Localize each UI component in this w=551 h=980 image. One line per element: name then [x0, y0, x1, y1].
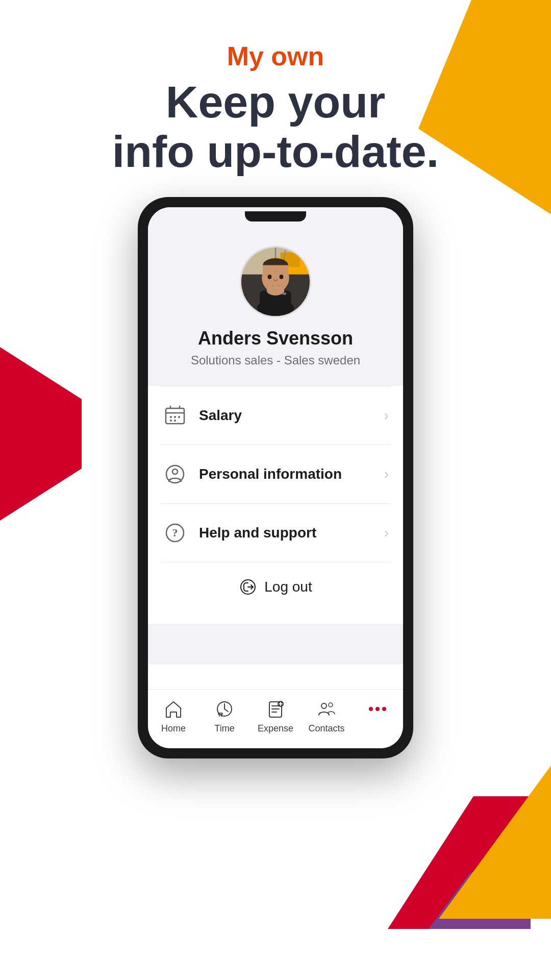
- bottom-navigation: Home Time: [148, 689, 403, 748]
- svg-point-13: [268, 275, 272, 279]
- svg-point-25: [174, 420, 176, 422]
- more-dots-icon: [369, 698, 386, 720]
- salary-chevron-icon: ›: [384, 407, 389, 424]
- salary-icon: [162, 403, 188, 428]
- svg-point-22: [174, 416, 176, 418]
- menu-item-help-support[interactable]: ? Help and support ›: [148, 504, 403, 562]
- help-support-chevron-icon: ›: [384, 525, 389, 541]
- nav-item-more[interactable]: [352, 698, 403, 734]
- dot-2: [375, 707, 380, 711]
- logout-label: Log out: [264, 579, 312, 595]
- logout-button[interactable]: Log out: [162, 567, 389, 607]
- phone-mockup: Anders Svensson Solutions sales - Sales …: [138, 197, 413, 758]
- menu-section: Salary › Personal information ›: [148, 386, 403, 689]
- profile-name: Anders Svensson: [198, 328, 353, 349]
- phone-screen: Anders Svensson Solutions sales - Sales …: [148, 207, 403, 748]
- contacts-icon: [315, 698, 338, 720]
- dot-1: [369, 707, 373, 711]
- dot-3: [382, 707, 386, 711]
- bg-decoration-red-left: [0, 347, 82, 521]
- personal-info-icon: [162, 461, 188, 487]
- phone-top-bar: [148, 207, 403, 226]
- svg-point-42: [321, 703, 327, 708]
- personal-info-chevron-icon: ›: [384, 466, 389, 482]
- nav-expense-label: Expense: [258, 723, 293, 734]
- svg-point-27: [172, 469, 178, 474]
- header-subtitle: My own: [0, 41, 551, 71]
- svg-point-14: [280, 275, 284, 279]
- logout-icon: [239, 578, 257, 596]
- svg-rect-12: [263, 265, 288, 272]
- menu-item-salary[interactable]: Salary ›: [148, 386, 403, 445]
- menu-personal-info-label: Personal information: [199, 466, 384, 482]
- svg-point-21: [170, 416, 172, 418]
- avatar-image: [241, 248, 310, 316]
- time-icon: [213, 698, 236, 720]
- menu-item-personal-information[interactable]: Personal information ›: [148, 445, 403, 503]
- header-title: Keep yourinfo up-to-date.: [0, 78, 551, 177]
- nav-time-label: Time: [214, 723, 234, 734]
- avatar: [240, 246, 311, 317]
- svg-rect-16: [282, 292, 286, 295]
- svg-point-23: [178, 416, 180, 418]
- nav-item-contacts[interactable]: Contacts: [301, 698, 352, 734]
- header-area: My own Keep yourinfo up-to-date.: [0, 0, 551, 197]
- profile-section: Anders Svensson Solutions sales - Sales …: [148, 226, 403, 386]
- menu-help-support-label: Help and support: [199, 525, 384, 541]
- nav-item-time[interactable]: Time: [199, 698, 250, 734]
- svg-point-24: [170, 420, 172, 422]
- profile-role: Solutions sales - Sales sweden: [191, 353, 360, 368]
- logout-section: Log out: [148, 562, 403, 624]
- svg-point-15: [267, 285, 284, 295]
- nav-item-home[interactable]: Home: [148, 698, 199, 734]
- nav-home-label: Home: [161, 723, 186, 734]
- empty-space: [148, 624, 403, 665]
- help-support-icon: ?: [162, 520, 188, 546]
- svg-text:?: ?: [172, 526, 178, 539]
- nav-item-expense[interactable]: Expense: [250, 698, 301, 734]
- phone-notch: [245, 211, 306, 222]
- expense-icon: [264, 698, 287, 720]
- svg-point-43: [329, 703, 333, 707]
- home-icon: [162, 698, 185, 720]
- nav-contacts-label: Contacts: [308, 723, 344, 734]
- nav-more-label: [376, 723, 379, 734]
- menu-salary-label: Salary: [199, 407, 384, 424]
